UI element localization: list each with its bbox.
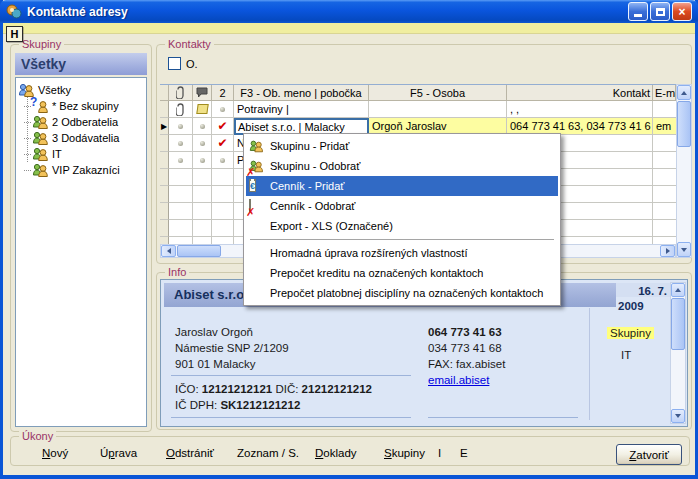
table-row[interactable]: Potraviny | , ,: [160, 101, 676, 118]
scroll-up-button[interactable]: [677, 85, 691, 100]
dot-icon: [200, 158, 205, 163]
dot-icon: [178, 141, 183, 146]
dot-icon: [220, 158, 225, 163]
app-window: Kontaktné adresy × H Skupiny Všetky: [0, 0, 698, 479]
maximize-button[interactable]: [650, 2, 670, 21]
tree-item-label: IT: [52, 148, 62, 160]
dot-icon: [200, 124, 205, 129]
h-button[interactable]: H: [6, 26, 23, 42]
minimize-button[interactable]: [628, 2, 648, 21]
info-date-day: 16. 7.: [616, 283, 672, 297]
info-phone2: 034 773 41 68: [428, 342, 502, 354]
email-link[interactable]: email.abiset: [428, 374, 489, 386]
menu-item-export-xls[interactable]: Export - XLS (Označené): [246, 216, 558, 236]
delete-button[interactable]: Odstrániť: [166, 447, 214, 459]
scroll-left-button[interactable]: [161, 245, 176, 257]
close-window-button[interactable]: Zatvoriť: [616, 444, 682, 465]
divider: [171, 417, 411, 418]
scroll-down-button[interactable]: [677, 242, 691, 257]
current-row-marker-icon: ▶: [161, 122, 167, 131]
cell-person[interactable]: [369, 101, 507, 118]
dic-value: 21212121212: [302, 383, 372, 395]
tree-item-it[interactable]: IT: [18, 146, 144, 162]
note-column-header[interactable]: [193, 85, 212, 101]
tree-item-bez-skupiny[interactable]: ? * Bez skupiny: [18, 98, 144, 114]
tree-item-dodavatelia[interactable]: 3 Dodávatelia: [18, 130, 144, 146]
window-title: Kontaktné adresy: [27, 5, 628, 19]
attachment-column-header[interactable]: [169, 85, 193, 101]
cell-email[interactable]: [653, 101, 676, 118]
menu-item-prepocet-kreditu[interactable]: Prepočet kreditu na označených kontaktoc…: [246, 263, 558, 283]
menu-item-cennik-pridat[interactable]: € Cenník - Pridať: [246, 176, 558, 196]
groups-panel-label: Skupiny: [19, 38, 64, 50]
arrow-up-icon: [681, 91, 687, 95]
contact-column-header[interactable]: Kontakt: [507, 85, 653, 101]
person-column-header[interactable]: F5 - Osoba: [369, 85, 507, 101]
minimize-icon: [634, 14, 642, 17]
close-button[interactable]: ×: [672, 2, 692, 21]
close-icon: ×: [678, 6, 685, 18]
arrow-left-icon: [167, 248, 171, 254]
e-button[interactable]: E: [460, 447, 468, 459]
group-icon: [32, 163, 49, 178]
sticky-note-icon: [196, 104, 208, 114]
check-icon: ✔: [217, 120, 227, 132]
info-city: 901 01 Malacky: [175, 358, 256, 370]
menu-item-skupinu-odobrat[interactable]: ✗ Skupinu - Odobrať: [246, 156, 558, 176]
scrollbar-thumb[interactable]: [177, 245, 221, 257]
cell-name[interactable]: Potraviny |: [234, 101, 369, 118]
table-vertical-scrollbar[interactable]: [676, 84, 692, 258]
groups-button[interactable]: Skupiny: [384, 447, 425, 459]
title-bar: Kontaktné adresy ×: [0, 0, 698, 23]
scroll-up-button[interactable]: [671, 283, 685, 297]
divider: [171, 375, 411, 376]
context-menu: Skupinu - Pridať ✗ Skupinu - Odobrať € C…: [243, 133, 561, 306]
comment-icon: [196, 87, 208, 98]
pricelist-add-icon: €: [249, 179, 264, 194]
new-button[interactable]: Nový: [42, 447, 68, 459]
check-icon: ✔: [217, 137, 227, 149]
tree-item-odberatelia[interactable]: 2 Odberatelia: [18, 114, 144, 130]
menu-item-cennik-odobrat[interactable]: ✗ Cenník - Odobrať: [246, 196, 558, 216]
scrollbar-thumb[interactable]: [671, 298, 685, 350]
info-date-year: 2009: [616, 297, 672, 312]
icdph-value: SK1212121212: [220, 399, 300, 411]
groups-tree: Všetky ? * Bez skupiny: [15, 77, 147, 427]
groups-panel: Skupiny Všetky Všetky: [10, 44, 152, 432]
scroll-right-button[interactable]: [660, 245, 675, 257]
menu-item-hromadna-uprava[interactable]: Hromadná úprava rozšírených vlastností: [246, 243, 558, 263]
cell-email[interactable]: [653, 152, 676, 169]
maximize-icon: [656, 8, 665, 16]
cell-email[interactable]: [653, 135, 676, 152]
group-icon: [32, 115, 49, 130]
group-remove-icon: ✗: [249, 159, 264, 174]
scrollbar-thumb[interactable]: [677, 101, 691, 147]
ico-label: IČO:: [175, 383, 199, 395]
scroll-down-button[interactable]: [671, 409, 685, 423]
menu-item-prepocet-platobnej[interactable]: Prepočet platobnej disciplíny na označen…: [246, 283, 558, 303]
divider: [428, 417, 578, 418]
i-button[interactable]: I: [438, 447, 441, 459]
list-button[interactable]: Zoznam / S.: [237, 447, 299, 459]
arrow-up-icon: [675, 288, 681, 292]
tree-item-vip[interactable]: VIP Zakazníci: [18, 162, 144, 178]
mark-column-header[interactable]: 2: [212, 85, 234, 101]
arrow-down-icon: [681, 248, 687, 252]
filter-checkbox[interactable]: [168, 57, 181, 70]
email-column-header[interactable]: E-m: [653, 85, 676, 101]
info-vertical-scrollbar[interactable]: [670, 282, 686, 424]
contacts-panel-label: Kontakty: [165, 38, 214, 50]
cell-contact[interactable]: , ,: [507, 101, 653, 118]
menu-item-skupinu-pridat[interactable]: Skupinu - Pridať: [246, 136, 558, 156]
name-column-header[interactable]: F3 - Ob. meno | pobočka: [234, 85, 369, 101]
edit-button[interactable]: Úprava: [100, 447, 137, 459]
tree-item-label: VIP Zakazníci: [52, 164, 120, 176]
cell-email[interactable]: em: [653, 118, 676, 135]
info-panel-label: Info: [165, 266, 189, 278]
groups-header[interactable]: Všetky: [15, 53, 147, 75]
info-group-value: IT: [621, 349, 631, 361]
documents-button[interactable]: Doklady: [315, 447, 357, 459]
group-icon: [32, 131, 49, 146]
arrow-down-icon: [675, 414, 681, 418]
filter-checkbox-label: O.: [186, 58, 198, 70]
